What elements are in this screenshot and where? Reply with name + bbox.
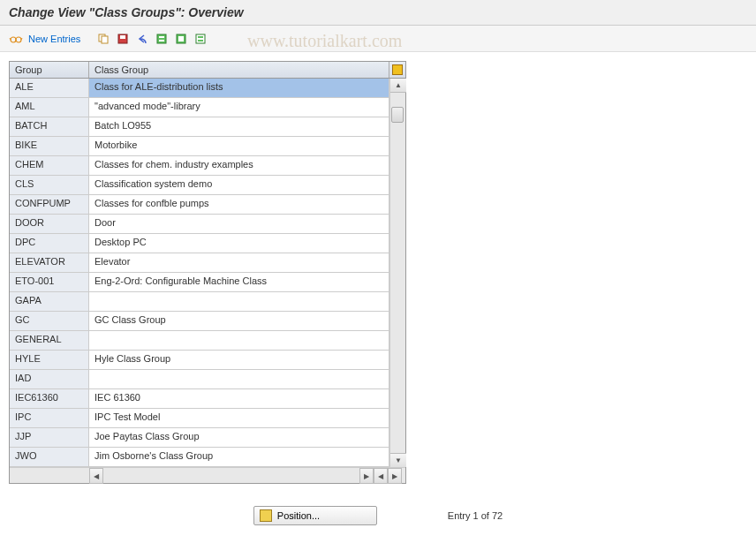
cell-group[interactable]: JJP [10,428,89,447]
page-title: Change View "Class Groups": Overview [9,5,747,19]
cell-description[interactable] [89,370,389,388]
table-row[interactable]: IEC61360IEC 61360 [10,389,405,409]
cell-description[interactable] [89,331,389,350]
table-row[interactable]: HYLEHyle Class Group [10,351,405,370]
cell-group[interactable]: GAPA [10,292,89,311]
cell-group[interactable]: ALE [10,79,89,97]
cell-description[interactable]: Door [89,215,389,233]
table-row[interactable]: JJPJoe Paytas Class Group [10,428,405,448]
title-bar: Change View "Class Groups": Overview [0,0,756,26]
cell-group[interactable]: CLS [10,176,89,194]
table-row[interactable]: CLSClassification system demo [10,176,405,195]
svg-rect-12 [196,34,205,43]
table-row[interactable]: DOORDoor [10,215,405,234]
bottom-bar: Position... Entry 1 of 72 [0,506,756,525]
table-row[interactable]: BATCHBatch LO955 [10,117,405,137]
cell-group[interactable]: IEC61360 [10,389,89,408]
column-header-group[interactable]: Group [10,62,89,78]
table-container: Group Class Group ALEClass for ALE-distr… [9,61,406,484]
cell-group[interactable]: JWO [10,448,89,466]
cell-group[interactable]: DPC [10,234,89,253]
select-block-icon[interactable] [174,32,188,46]
cell-group[interactable]: IPC [10,409,89,427]
table-row[interactable]: CHEMClasses for chem. industry examples [10,156,405,176]
svg-rect-7 [157,34,166,43]
scroll-right-alt-button[interactable]: ▶ [388,468,402,484]
cell-description[interactable]: Desktop PC [89,234,389,253]
cell-description[interactable]: IPC Test Model [89,409,389,427]
glasses-icon[interactable] [9,32,23,46]
cell-group[interactable]: ELEVATOR [10,253,89,272]
table-row[interactable]: AML"advanced mode"-library [10,98,405,117]
save-icon[interactable] [116,32,130,46]
position-icon [260,509,272,522]
vertical-scrollbar[interactable]: ▲ ▼ [389,79,405,467]
table-row[interactable]: BIKEMotorbike [10,137,405,156]
table-row[interactable]: CONFPUMPClasses for confble pumps [10,195,405,215]
svg-rect-8 [159,36,164,38]
copy-icon[interactable] [96,32,110,46]
cell-group[interactable]: GENERAL [10,331,89,350]
cell-group[interactable]: CHEM [10,156,89,175]
cell-description[interactable]: Class for ALE-distribution lists [89,79,389,97]
cell-description[interactable]: Joe Paytas Class Group [89,428,389,447]
cell-group[interactable]: HYLE [10,351,89,369]
cell-description[interactable]: GC Class Group [89,312,389,330]
scroll-thumb[interactable] [391,107,404,123]
svg-rect-11 [178,36,184,41]
table-row[interactable]: IAD [10,370,405,389]
cell-description[interactable]: Eng-2-Ord: Configurable Machine Class [89,273,389,291]
table-row[interactable]: ELEVATORElevator [10,253,405,273]
cell-description[interactable] [89,292,389,311]
cell-description[interactable]: Motorbike [89,137,389,155]
cell-description[interactable]: Classes for confble pumps [89,195,389,214]
cell-description[interactable]: Hyle Class Group [89,351,389,369]
scroll-up-button[interactable]: ▲ [390,79,406,93]
table-row[interactable]: GAPA [10,292,405,312]
cell-group[interactable]: IAD [10,370,89,388]
toolbar: New Entries [0,26,756,52]
cell-description[interactable]: "advanced mode"-library [89,98,389,117]
table-row[interactable]: ALEClass for ALE-distribution lists [10,79,405,98]
table-row[interactable]: JWOJim Osborne's Class Group [10,448,405,467]
cell-description[interactable]: Classes for chem. industry examples [89,156,389,175]
scroll-down-button[interactable]: ▼ [390,453,406,467]
svg-rect-4 [102,36,108,43]
cell-group[interactable]: BIKE [10,137,89,155]
table-header: Group Class Group [10,62,405,79]
entry-count-text: Entry 1 of 72 [448,510,503,521]
cell-description[interactable]: Jim Osborne's Class Group [89,448,389,466]
new-entries-link[interactable]: New Entries [28,34,80,44]
svg-rect-13 [198,36,203,38]
table-row[interactable]: GENERAL [10,331,405,351]
svg-rect-9 [159,40,164,41]
cell-description[interactable]: IEC 61360 [89,389,389,408]
scroll-left-alt-button[interactable]: ◀ [374,468,388,484]
cell-group[interactable]: DOOR [10,215,89,233]
cell-group[interactable]: GC [10,312,89,330]
table-body: ALEClass for ALE-distribution listsAML"a… [10,79,405,467]
table-row[interactable]: IPCIPC Test Model [10,409,405,428]
position-button[interactable]: Position... [253,506,377,525]
scroll-right-button[interactable]: ▶ [359,468,374,484]
svg-rect-14 [198,40,203,41]
table-row[interactable]: ETO-001Eng-2-Ord: Configurable Machine C… [10,273,405,292]
cell-description[interactable]: Batch LO955 [89,117,389,136]
deselect-icon[interactable] [193,32,208,46]
position-label: Position... [277,510,320,521]
cell-group[interactable]: CONFPUMP [10,195,89,214]
cell-group[interactable]: AML [10,98,89,117]
cell-group[interactable]: ETO-001 [10,273,89,291]
svg-rect-6 [120,35,125,39]
cell-description[interactable]: Elevator [89,253,389,272]
table-row[interactable]: GCGC Class Group [10,312,405,331]
table-row[interactable]: DPCDesktop PC [10,234,405,253]
scroll-left-button[interactable]: ◀ [89,468,103,484]
table-config-button[interactable] [389,62,405,78]
undo-icon[interactable] [135,32,149,46]
select-all-icon[interactable] [155,32,169,46]
column-header-description[interactable]: Class Group [89,62,389,78]
cell-description[interactable]: Classification system demo [89,176,389,194]
cell-group[interactable]: BATCH [10,117,89,136]
horizontal-scrollbar[interactable]: ◀ ▶ ◀ ▶ [10,467,405,483]
